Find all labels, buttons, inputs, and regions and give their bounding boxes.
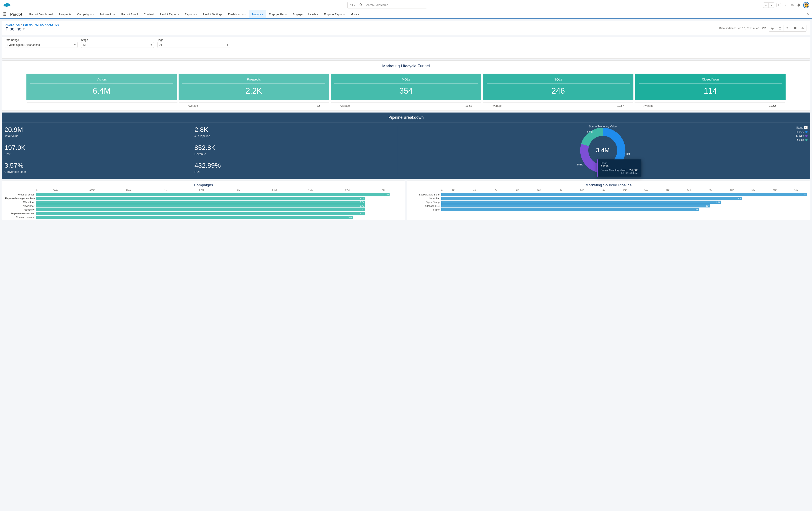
- funnel-average-segment: Average11.62: [331, 102, 481, 107]
- nav-item-engage[interactable]: Engage: [290, 10, 305, 19]
- legend-toggle[interactable]: ▾: [804, 126, 808, 129]
- nav-item-pardot-dashboard[interactable]: Pardot Dashboard: [27, 10, 56, 19]
- chart-tooltip: Stage 5-Won Sum of Monetary Value852,800…: [597, 159, 641, 177]
- caret-down-icon: ▾: [769, 3, 774, 7]
- notifications-bell-icon[interactable]: [796, 3, 801, 7]
- star-icon: ☆: [763, 3, 769, 7]
- funnel-average-segment: [27, 102, 177, 107]
- pipeline-stat-total-value: 20.9MTotal Value: [4, 126, 194, 139]
- nav-item-pardot-reports[interactable]: Pardot Reports: [157, 10, 181, 19]
- nav-item-more[interactable]: More▾: [348, 10, 362, 19]
- pipeline-stat--in-pipeline: 2.8K# in Pipeline: [194, 126, 384, 139]
- funnel-average-segment: Average19.67: [483, 102, 633, 107]
- nav-item-engage-alerts[interactable]: Engage Alerts: [266, 10, 289, 19]
- bar-row[interactable]: Kulas Inc28K: [410, 196, 807, 200]
- pipeline-stat-roi: 432.89%ROI: [194, 162, 384, 175]
- bottom-charts: Campaigns 0300K600K900K1.2M1.5M1.8M2.1M2…: [2, 181, 810, 220]
- present-button[interactable]: [799, 25, 807, 32]
- pipeline-stat-revenue: 852.8KRevenue: [194, 144, 384, 157]
- msp-chart: Marketing Sourced Pipeline 02K4K6K8K10K1…: [407, 181, 810, 220]
- search-icon: [357, 3, 365, 7]
- bar-row[interactable]: Feil Inc24K: [410, 208, 807, 212]
- pipeline-breakdown-panel: Pipeline Breakdown 20.9MTotal Value2.8K#…: [2, 112, 810, 179]
- bar-row[interactable]: World tour2.7M: [5, 200, 402, 204]
- help-icon[interactable]: ?: [783, 3, 788, 7]
- bar-row[interactable]: Lueilwitz and Sons34K: [410, 193, 807, 196]
- search-scope-dropdown[interactable]: All▾: [348, 2, 357, 8]
- funnel-card-visitors[interactable]: Visitors6.4M: [26, 74, 177, 100]
- svg-point-4: [360, 4, 361, 5]
- bar-row[interactable]: Webinar series2.9M: [5, 193, 402, 196]
- caret-down-icon: ▾: [354, 4, 355, 7]
- nav-item-analytics[interactable]: Analytics: [249, 10, 266, 19]
- global-create-button[interactable]: [777, 3, 781, 7]
- setup-gear-icon[interactable]: [790, 3, 794, 7]
- svg-point-3: [5, 5, 8, 7]
- filter-tags-select[interactable]: All▾: [157, 42, 230, 48]
- app-name: Pardot: [10, 12, 22, 17]
- global-search: All▾: [347, 2, 427, 8]
- bar-row[interactable]: Sipes Group26K: [410, 200, 807, 204]
- donut-label-won: 853K: [577, 163, 583, 166]
- nav-item-leads[interactable]: Leads▾: [306, 10, 321, 19]
- share-button[interactable]: [776, 25, 784, 32]
- caret-down-icon: ▾: [196, 14, 197, 16]
- nav-item-pardot-email[interactable]: Pardot Email: [119, 10, 140, 19]
- bar-row[interactable]: Gleason LLC25K: [410, 204, 807, 208]
- breadcrumb-analytics[interactable]: ANALYTICS: [5, 23, 20, 26]
- donut-label-lost: 678K: [587, 131, 593, 133]
- funnel-card-sqls[interactable]: SQLs246: [483, 74, 633, 100]
- filter-bar: Date Range 2 years ago to 1 year ahead▾ …: [2, 37, 810, 59]
- funnel-title: Marketing Lifecycle Funnel: [2, 61, 810, 71]
- chevron-down-icon: ▾: [74, 43, 76, 47]
- nav-item-campaigns[interactable]: Campaigns▾: [75, 10, 96, 19]
- campaigns-chart: Campaigns 0300K600K900K1.2M1.5M1.8M2.1M2…: [2, 181, 405, 220]
- edit-nav-pencil-icon[interactable]: ✎: [807, 13, 809, 16]
- legend-item[interactable]: 5-Won: [796, 134, 808, 137]
- nav-item-dashboards[interactable]: Dashboards▾: [226, 10, 248, 19]
- app-launcher-icon[interactable]: [3, 12, 7, 17]
- dashboard-header: ANALYTICS > B2B MARKETING ANALYTICS Pipe…: [2, 21, 810, 35]
- filter-label-tags: Tags: [157, 38, 230, 42]
- data-updated-text: Data updated: Sep 17, 2018 at 4:13 PM: [719, 27, 766, 30]
- funnel-panel: Marketing Lifecycle Funnel Visitors6.4MP…: [2, 60, 810, 111]
- filter-daterange-select[interactable]: 2 years ago to 1 year ahead▾: [5, 42, 78, 48]
- breadcrumb: ANALYTICS > B2B MARKETING ANALYTICS: [5, 23, 59, 26]
- title-dropdown-caret-icon[interactable]: ▾: [23, 27, 25, 31]
- pin-button[interactable]: [769, 25, 776, 32]
- chevron-down-icon: ▾: [151, 43, 152, 47]
- legend-item[interactable]: 4-SQL: [796, 130, 808, 133]
- bar-row[interactable]: Employee recruitment2.7M: [5, 212, 402, 215]
- annotate-button[interactable]: [791, 25, 799, 32]
- nav-item-content[interactable]: Content: [141, 10, 156, 19]
- nav-item-prospects[interactable]: Prospects: [56, 10, 74, 19]
- nav-item-engage-reports[interactable]: Engage Reports: [321, 10, 347, 19]
- funnel-card-prospects[interactable]: Prospects2.2K: [179, 74, 329, 100]
- bar-row[interactable]: Newsletter2.7M: [5, 204, 402, 208]
- nav-item-pardot-settings[interactable]: Pardot Settings: [200, 10, 225, 19]
- funnel-card-closed-won[interactable]: Closed Won114: [635, 74, 786, 100]
- salesforce-logo[interactable]: [3, 2, 11, 8]
- bar-row[interactable]: Tradeshow2.7M: [5, 208, 402, 212]
- dashboard-title: Pipeline: [5, 26, 21, 32]
- pipeline-title: Pipeline Breakdown: [2, 112, 810, 123]
- donut-label-sql: 1.8M: [624, 153, 630, 156]
- notify-button[interactable]: +: [784, 25, 791, 32]
- favorites-split-button[interactable]: ☆▾: [763, 2, 774, 8]
- search-input[interactable]: [365, 2, 427, 8]
- breadcrumb-b2b[interactable]: B2B MARKETING ANALYTICS: [23, 23, 59, 26]
- global-header: All▾ ☆▾ ? 🧑: [0, 0, 812, 10]
- caret-down-icon: ▾: [244, 14, 245, 16]
- filter-stage-select[interactable]: All▾: [81, 42, 154, 48]
- bar-row[interactable]: Contract renewal2.6M: [5, 215, 402, 219]
- pipeline-stat-cost: 197.0KCost: [4, 144, 194, 157]
- nav-item-reports[interactable]: Reports▾: [182, 10, 200, 19]
- nav-item-automations[interactable]: Automations: [97, 10, 118, 19]
- legend-item[interactable]: 6-Lost: [796, 138, 808, 141]
- user-avatar[interactable]: 🧑: [803, 2, 809, 8]
- funnel-card-mqls[interactable]: MQLs354: [331, 74, 481, 100]
- app-nav: Pardot Pardot DashboardProspectsCampaign…: [0, 10, 812, 19]
- caret-down-icon: ▾: [358, 14, 359, 16]
- bar-row[interactable]: Expense Management launch2.7M: [5, 196, 402, 200]
- svg-line-5: [361, 5, 362, 6]
